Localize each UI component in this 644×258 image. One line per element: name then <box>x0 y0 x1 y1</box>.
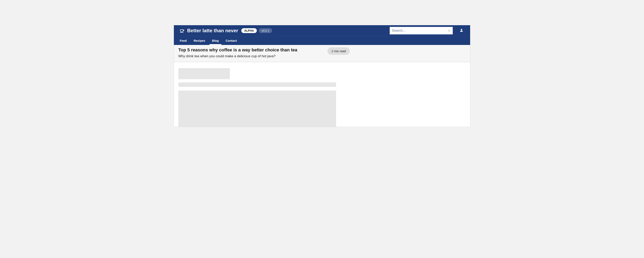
primary-nav: Feed Recipes Blog Contact <box>174 36 470 45</box>
svg-line-2 <box>450 31 450 32</box>
svg-point-3 <box>461 29 462 30</box>
nav-item-blog[interactable]: Blog <box>209 36 222 45</box>
read-time-chip: 2 min read <box>328 47 350 55</box>
nav-item-contact[interactable]: Contact <box>222 36 240 45</box>
nav-item-feed[interactable]: Feed <box>176 36 190 45</box>
page-title: Top 5 reasons why coffee is a way better… <box>178 47 297 53</box>
nav-item-label: Feed <box>180 39 187 42</box>
nav-item-recipes[interactable]: Recipes <box>190 36 209 45</box>
version-badge: v0.0.1 <box>259 28 272 33</box>
nav-item-label: Recipes <box>194 39 205 42</box>
skeleton-heading <box>178 68 230 79</box>
search-icon <box>448 29 451 32</box>
search-input[interactable] <box>390 27 453 35</box>
user-menu-button[interactable] <box>458 28 464 34</box>
coffee-cup-icon <box>180 28 184 33</box>
skeleton-line <box>178 82 336 87</box>
page-header: Top 5 reasons why coffee is a way better… <box>174 45 470 62</box>
page-header-texts: Top 5 reasons why coffee is a way better… <box>178 47 297 58</box>
skeleton-block <box>178 90 336 127</box>
header-top: Better latte than never ALPHA v0.0.1 <box>174 25 470 36</box>
alpha-badge: ALPHA <box>241 28 256 33</box>
page-subtitle: Why drink tea when you could make a deli… <box>178 54 297 58</box>
nav-item-label: Contact <box>226 39 237 42</box>
brand: Better latte than never <box>180 28 238 34</box>
article-content <box>174 62 470 127</box>
brand-title: Better latte than never <box>187 28 238 34</box>
search-box <box>390 27 453 35</box>
person-icon <box>460 28 464 33</box>
nav-item-label: Blog <box>212 39 219 42</box>
app-frame: Better latte than never ALPHA v0.0.1 <box>174 25 470 127</box>
